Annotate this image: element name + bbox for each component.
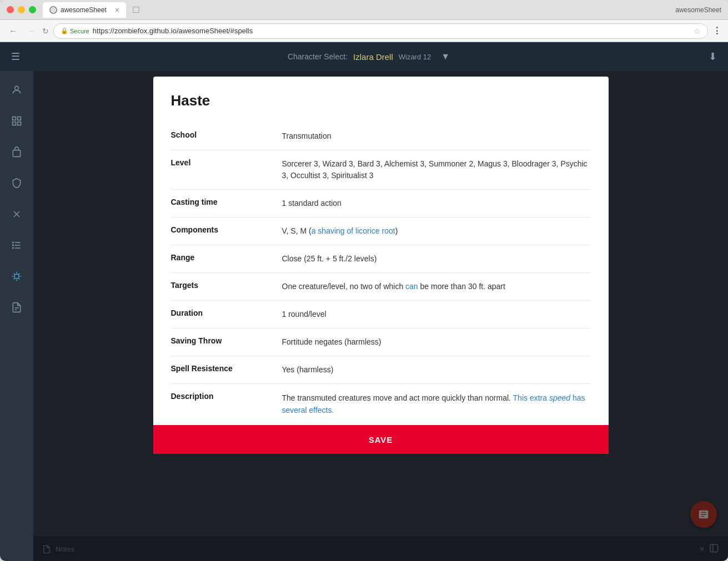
- components-label: Components: [171, 218, 282, 245]
- lock-icon: 🔒: [61, 27, 68, 34]
- casting-time-value: 1 standard action: [282, 190, 591, 218]
- saving-throw-value: Fortitude negates (harmless): [282, 328, 591, 356]
- char-class: Wizard 12: [399, 53, 431, 61]
- sidebar-item-spells[interactable]: [7, 266, 27, 286]
- app-body: Haste School Transmutation Level Sorcere…: [0, 71, 728, 561]
- sidebar-item-combat[interactable]: [7, 204, 27, 224]
- browser-addressbar: ← → ↻ 🔒 Secure https://zombiefox.github.…: [0, 20, 728, 42]
- svg-point-0: [15, 86, 19, 90]
- level-label: Level: [171, 150, 282, 190]
- sidebar-item-list[interactable]: [7, 235, 27, 255]
- svg-point-11: [13, 242, 14, 243]
- spell-detail-modal: Haste School Transmutation Level Sorcere…: [153, 77, 609, 454]
- table-row: Components V, S, M (a shaving of licoric…: [171, 218, 591, 245]
- sidebar-item-bag[interactable]: [7, 142, 27, 162]
- duration-label: Duration: [171, 301, 282, 328]
- app-content: ☰ Character Select: Izlara Drell Wizard …: [0, 42, 728, 561]
- table-row: Level Sorcerer 3, Wizard 3, Bard 3, Alch…: [171, 150, 591, 190]
- nav-forward-button[interactable]: →: [24, 26, 38, 37]
- targets-label: Targets: [171, 273, 282, 301]
- browser-close-button[interactable]: [7, 6, 14, 13]
- sidebar: [0, 71, 33, 561]
- school-value: Transmutation: [282, 123, 591, 150]
- modal-body: Haste School Transmutation Level Sorcere…: [153, 77, 609, 425]
- svg-rect-3: [13, 122, 16, 125]
- sidebar-item-character[interactable]: [7, 80, 27, 100]
- saving-throw-label: Saving Throw: [171, 328, 282, 356]
- spell-resistance-label: Spell Resistence: [171, 356, 282, 384]
- spell-properties-table: School Transmutation Level Sorcerer 3, W…: [171, 123, 591, 425]
- svg-point-14: [14, 274, 19, 279]
- browser-minimize-button[interactable]: [18, 6, 25, 13]
- table-row: Duration 1 round/level: [171, 301, 591, 328]
- browser-menu-icon[interactable]: ⋮: [712, 26, 721, 36]
- address-bar[interactable]: 🔒 Secure https://zombiefox.github.io/awe…: [53, 23, 708, 39]
- secure-indicator: 🔒 Secure: [61, 27, 89, 34]
- school-label: School: [171, 123, 282, 150]
- nav-refresh-button[interactable]: ↻: [42, 27, 49, 35]
- svg-rect-1: [13, 117, 16, 120]
- duration-value: 1 round/level: [282, 301, 591, 328]
- table-row: Range Close (25 ft. + 5 ft./2 levels): [171, 245, 591, 273]
- nav-back-button[interactable]: ←: [7, 26, 20, 37]
- modal-overlay: Haste School Transmutation Level Sorcere…: [33, 71, 728, 561]
- browser-tab-active[interactable]: ⊙ awesomeSheet ×: [43, 2, 126, 18]
- char-dropdown-icon[interactable]: ▼: [441, 52, 450, 62]
- components-value: V, S, M (a shaving of licorice root): [282, 218, 591, 245]
- table-row: Spell Resistence Yes (harmless): [171, 356, 591, 384]
- svg-point-12: [13, 245, 14, 246]
- svg-point-13: [13, 247, 14, 249]
- table-row: Casting time 1 standard action: [171, 190, 591, 218]
- navbar-center: Character Select: Izlara Drell Wizard 12…: [29, 52, 709, 62]
- app-navbar: ☰ Character Select: Izlara Drell Wizard …: [0, 42, 728, 71]
- browser-tabs: ⊙ awesomeSheet × □: [43, 2, 675, 18]
- browser-maximize-button[interactable]: [29, 6, 36, 13]
- char-name: Izlara Drell: [353, 52, 393, 62]
- sidebar-item-grid[interactable]: [7, 111, 27, 131]
- browser-controls: [7, 6, 36, 13]
- download-icon[interactable]: ⬇: [709, 50, 717, 63]
- svg-rect-5: [13, 150, 20, 157]
- table-row: Description The transmuted creatures mov…: [171, 384, 591, 426]
- spell-title: Haste: [171, 92, 591, 109]
- browser-window: ⊙ awesomeSheet × □ awesomeSheet ← → ↻ 🔒 …: [0, 0, 728, 561]
- main-area: Haste School Transmutation Level Sorcere…: [33, 71, 728, 561]
- svg-rect-4: [18, 122, 21, 125]
- range-value: Close (25 ft. + 5 ft./2 levels): [282, 245, 591, 273]
- new-tab-icon: □: [133, 4, 139, 16]
- svg-rect-2: [18, 117, 21, 120]
- new-tab-button[interactable]: □: [128, 2, 144, 18]
- tab-favicon: ⊙: [49, 6, 57, 14]
- browser-window-title: awesomeSheet: [675, 6, 721, 14]
- description-para-1: The transmuted creatures move and act mo…: [282, 392, 591, 417]
- tab-close-button[interactable]: ×: [115, 6, 119, 14]
- spell-resistance-value: Yes (harmless): [282, 356, 591, 384]
- sidebar-item-shield[interactable]: [7, 173, 27, 193]
- sidebar-item-notes[interactable]: [7, 297, 27, 317]
- secure-label: Secure: [70, 28, 89, 34]
- range-label: Range: [171, 245, 282, 273]
- description-label: Description: [171, 384, 282, 426]
- save-button[interactable]: SAVE: [153, 425, 609, 454]
- address-url: https://zombiefox.github.io/awesomeSheet…: [93, 27, 253, 35]
- tab-title: awesomeSheet: [61, 6, 107, 14]
- description-value: The transmuted creatures move and act mo…: [282, 384, 591, 426]
- bookmark-star-icon[interactable]: ☆: [694, 27, 701, 36]
- targets-value: One creature/level, no two of which can …: [282, 273, 591, 301]
- table-row: Saving Throw Fortitude negates (harmless…: [171, 328, 591, 356]
- hamburger-icon[interactable]: ☰: [11, 50, 20, 63]
- casting-time-label: Casting time: [171, 190, 282, 218]
- level-value: Sorcerer 3, Wizard 3, Bard 3, Alchemist …: [282, 150, 591, 190]
- char-select-label: Character Select:: [288, 52, 348, 61]
- table-row: Targets One creature/level, no two of wh…: [171, 273, 591, 301]
- table-row: School Transmutation: [171, 123, 591, 150]
- browser-titlebar: ⊙ awesomeSheet × □ awesomeSheet: [0, 0, 728, 20]
